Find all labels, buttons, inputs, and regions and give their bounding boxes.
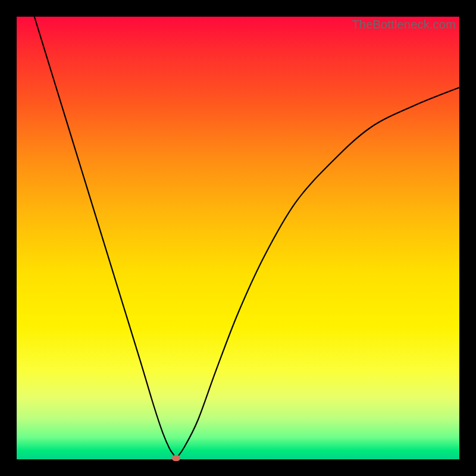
optimal-point-marker <box>172 455 180 461</box>
bottleneck-curve <box>17 17 459 459</box>
plot-area: TheBottleneck.com <box>17 17 459 459</box>
chart-frame: TheBottleneck.com <box>0 0 476 476</box>
